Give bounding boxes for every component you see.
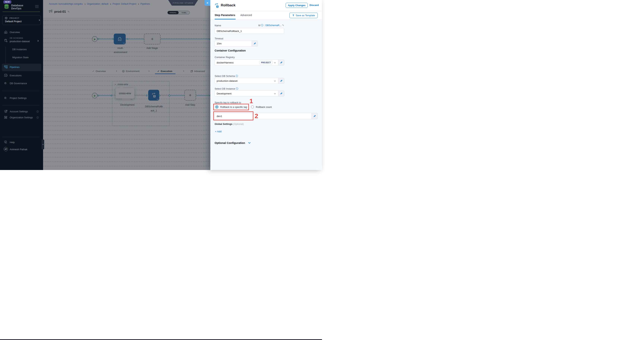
product-title: Database DevOps bbox=[11, 4, 34, 10]
pipeline-studio-main: Account: kurosakiichigo.songoku Organiza… bbox=[43, 0, 210, 170]
tab-execution[interactable]: ✓ Execution bbox=[157, 70, 172, 73]
user-name[interactable]: Animesh Pathak bbox=[10, 148, 28, 151]
sidebar-item-db-governance[interactable]: ⚙ DB Governance bbox=[0, 81, 43, 86]
edit-id-icon[interactable]: ✎ bbox=[282, 24, 284, 27]
tab-advanced[interactable]: Advanced bbox=[190, 70, 205, 73]
stage-node-multi-environment[interactable]: <> </> bbox=[114, 34, 126, 45]
check-icon: ✓ bbox=[92, 70, 94, 73]
connector-dot bbox=[111, 95, 112, 96]
group-collapse-toggle[interactable]: − cross-env bbox=[115, 83, 128, 86]
name-input[interactable] bbox=[214, 28, 284, 34]
pipeline-start-node[interactable]: ▶ bbox=[92, 36, 98, 42]
pin-icon bbox=[280, 61, 283, 64]
drawer-tabs: Step Parameters Advanced Save as Templat… bbox=[210, 11, 322, 20]
code-badge-icon: </> bbox=[123, 43, 125, 44]
account-layers-icon bbox=[4, 110, 8, 113]
sidebar-item-help[interactable]: ? Help bbox=[0, 140, 43, 145]
yaml-toggle-option[interactable]: YAML bbox=[178, 11, 190, 14]
user-avatar[interactable]: AP bbox=[4, 147, 8, 151]
sidebar-item-pipelines[interactable]: Pipelines bbox=[2, 64, 41, 71]
container-registry-select[interactable]: dockerHarness PROJECT bbox=[214, 60, 278, 66]
close-drawer-button[interactable]: ✕ bbox=[204, 0, 210, 6]
cube-icon bbox=[5, 17, 8, 20]
chevron-down-icon bbox=[248, 141, 250, 144]
environment-icon bbox=[122, 70, 124, 73]
module-grid-icon[interactable] bbox=[36, 5, 38, 9]
drawer-header: Rollback Apply Changes Discard bbox=[210, 0, 322, 11]
optional-configuration-toggle[interactable]: Optional Configuration bbox=[214, 141, 250, 145]
divider bbox=[2, 91, 39, 91]
name-label: Name bbox=[214, 24, 221, 27]
annotation-number-1: 1 bbox=[250, 97, 253, 105]
pin-icon bbox=[314, 115, 316, 117]
pin-input-type-button[interactable] bbox=[278, 60, 284, 66]
breadcrumb-project[interactable]: Project: Default Project bbox=[112, 3, 136, 5]
edit-pipeline-icon[interactable]: ✎ bbox=[68, 10, 70, 13]
sidebar-item-project-settings[interactable]: ⚙ Project Settings bbox=[0, 96, 43, 101]
tab-step-parameters[interactable]: Step Parameters bbox=[214, 14, 235, 17]
db-instance-label: Select DB Instance ⓘ bbox=[214, 87, 238, 91]
timeout-input[interactable] bbox=[214, 41, 252, 47]
home-icon bbox=[4, 31, 8, 34]
sidebar-item-organization-settings[interactable]: Organization Settings ⓘ bbox=[0, 115, 43, 120]
db-instance-select[interactable]: Development bbox=[214, 91, 278, 97]
sidebar-item-db-instances[interactable]: DB Instances bbox=[12, 48, 27, 51]
discard-button[interactable]: Discard bbox=[310, 4, 319, 7]
info-icon[interactable]: ⓘ bbox=[236, 75, 238, 78]
pin-icon bbox=[280, 92, 283, 95]
breadcrumb: Account: kurosakiichigo.songoku Organiza… bbox=[49, 3, 150, 5]
execution-start-node[interactable]: ▶ bbox=[92, 93, 98, 98]
id-row: Id ⓘ : DBSchemaR... ✎ bbox=[250, 24, 284, 27]
pin-input-type-button[interactable] bbox=[312, 113, 318, 119]
sidebar-item-migration-state[interactable]: Migration State bbox=[12, 56, 28, 59]
info-icon[interactable]: ⓘ bbox=[261, 24, 264, 27]
breadcrumb-organization[interactable]: Organization: default bbox=[87, 3, 108, 5]
info-icon[interactable]: ⓘ bbox=[36, 116, 39, 119]
svg-text:∞: ∞ bbox=[6, 6, 8, 9]
db-schema-select[interactable]: production-dataset bbox=[214, 78, 278, 84]
stage-tabbar: ✓ Overview Environment ✓ Execution Advan… bbox=[43, 68, 210, 74]
pin-input-type-button[interactable] bbox=[252, 41, 258, 47]
organization-icon bbox=[4, 116, 8, 119]
project-selector[interactable]: PROJECT Default Project bbox=[2, 15, 41, 25]
pipeline-studio-badge: PIPELINE STUDIO bbox=[168, 0, 198, 6]
pin-input-type-button[interactable] bbox=[278, 91, 284, 97]
connector-dot bbox=[146, 95, 148, 96]
breadcrumb-account[interactable]: Account: kurosakiichigo.songoku bbox=[49, 3, 83, 5]
add-step-button[interactable]: + bbox=[184, 90, 196, 101]
brand-divider bbox=[2, 12, 40, 12]
sidebar-item-db-schemas[interactable]: DB SCHEMAS production-dataset bbox=[0, 37, 43, 45]
info-icon[interactable]: ⓘ bbox=[36, 110, 39, 113]
tab-environment[interactable]: Environment bbox=[122, 70, 140, 73]
annotation-number-2: 2 bbox=[255, 112, 258, 120]
custom-stage-icon: <> bbox=[117, 37, 122, 42]
db-schema-label: Select DB Schema ⓘ bbox=[214, 75, 238, 78]
add-stage-button[interactable]: + bbox=[144, 34, 160, 45]
container-config-heading: Container Configuration bbox=[214, 49, 246, 52]
pin-input-type-button[interactable] bbox=[278, 78, 284, 84]
step-id-value[interactable]: DBSchemaR... bbox=[265, 24, 281, 27]
tab-step-advanced[interactable]: Advanced bbox=[240, 14, 252, 17]
chevron-right-icon bbox=[116, 70, 117, 72]
sidebar-collapse-handle[interactable]: ◀ bbox=[42, 140, 44, 149]
sidebar-item-executions[interactable]: Executions bbox=[0, 73, 43, 78]
connector-dot bbox=[98, 95, 99, 96]
pipeline-edge bbox=[97, 95, 112, 96]
sidebar-item-account-settings[interactable]: Account Settings ⓘ bbox=[0, 109, 43, 114]
add-step-label: Add Step bbox=[178, 103, 202, 106]
save-as-template-button[interactable]: Save as Template bbox=[289, 13, 318, 18]
play-icon: ▶ bbox=[94, 38, 96, 41]
radio-unselected-icon[interactable] bbox=[251, 105, 254, 108]
apply-changes-button[interactable]: Apply Changes bbox=[286, 3, 308, 8]
sidebar-item-overview[interactable]: Overview bbox=[0, 30, 43, 35]
info-icon[interactable]: ⓘ bbox=[236, 87, 238, 90]
visual-yaml-toggle[interactable]: VISUAL YAML bbox=[168, 11, 190, 14]
stage-label: multi- environment bbox=[108, 47, 132, 54]
radio-rollback-count-option[interactable]: Rollback count bbox=[251, 105, 272, 108]
visual-toggle-option[interactable]: VISUAL bbox=[168, 11, 178, 14]
connector-dot bbox=[98, 38, 99, 40]
step-node-dbschemarollback[interactable]: </> bbox=[148, 90, 159, 101]
breadcrumb-pipelines[interactable]: Pipelines bbox=[140, 3, 150, 5]
tab-overview[interactable]: ✓ Overview bbox=[92, 70, 106, 73]
add-global-setting-link[interactable]: + Add bbox=[215, 130, 222, 133]
